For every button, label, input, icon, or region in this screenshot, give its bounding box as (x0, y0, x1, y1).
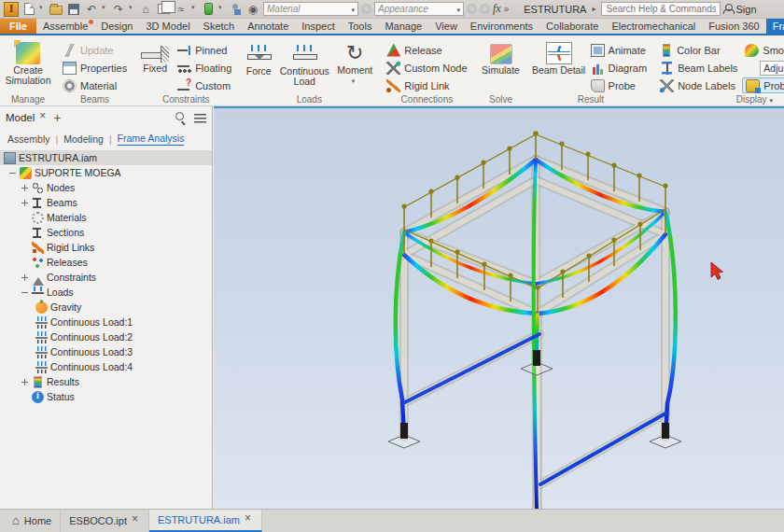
expand-icon[interactable] (21, 199, 29, 207)
parameters-fx-button[interactable]: fx (493, 2, 501, 16)
tab-design[interactable]: Design (94, 19, 139, 34)
tree-item-beams[interactable]: Beams (0, 195, 212, 210)
panel-label-beams[interactable]: Beams (56, 93, 133, 105)
freeform-tool-button[interactable]: ≈ (174, 2, 189, 17)
beam-detail-button[interactable]: Beam Detail (532, 40, 586, 76)
expand-icon[interactable] (21, 273, 29, 282)
probe-button[interactable]: Probe (588, 77, 651, 93)
tree-item-releases[interactable]: Releases (0, 255, 212, 270)
doc-tab-home[interactable]: ⌂ Home (4, 510, 61, 532)
component-state-button[interactable] (201, 2, 216, 17)
search-icon[interactable] (175, 112, 187, 123)
tree-item-continuous-load-3[interactable]: Continuous Load:3 (0, 344, 212, 359)
tree-item-continuous-load-4[interactable]: Continuous Load:4 (0, 359, 212, 374)
tab-3d-model[interactable]: 3D Model (140, 19, 197, 34)
panel-label-solve[interactable]: Solve (474, 93, 528, 105)
custom-node-button[interactable]: Custom Node (384, 60, 469, 76)
close-icon[interactable] (132, 517, 140, 525)
subtab-frame-analysis[interactable]: Frame Analysis (118, 133, 185, 146)
tree-item-gravity[interactable]: Gravity (0, 300, 212, 315)
graphics-viewport[interactable] (214, 106, 784, 509)
panel-label-manage[interactable]: Manage (0, 93, 56, 105)
tree-item-results[interactable]: Results (0, 374, 212, 389)
probe-labels-button[interactable]: Probe Labels (742, 77, 784, 93)
tree-item-status[interactable]: Status (0, 389, 212, 404)
search-input[interactable] (601, 2, 721, 16)
moment-dropdown-icon[interactable] (352, 77, 358, 86)
freeform-dropdown-icon[interactable] (191, 5, 198, 14)
save-button[interactable] (66, 2, 81, 17)
tab-fusion-360[interactable]: Fusion 360 (702, 19, 765, 34)
doc-tab-esboco[interactable]: ESBOCO.ipt (61, 510, 149, 532)
tab-electromechanical[interactable]: Electromechanical (605, 19, 702, 34)
panel-label-constraints[interactable]: Constraints (133, 93, 238, 105)
tab-assemble[interactable]: Assemble (36, 19, 94, 34)
continuous-load-button[interactable]: Continuous Load (277, 40, 331, 87)
release-button[interactable]: Release (384, 42, 469, 58)
toolbar-overflow-icon[interactable]: » (504, 4, 509, 14)
force-load-button[interactable]: Force (242, 40, 275, 77)
animate-button[interactable]: Animate (588, 42, 651, 58)
tab-tools[interactable]: Tools (342, 19, 379, 34)
color-bar-button[interactable]: Color Bar (657, 42, 740, 58)
inventor-logo[interactable]: I (4, 2, 19, 17)
create-simulation-button[interactable]: Create Simulation (4, 40, 52, 86)
frame-analysis-model[interactable] (214, 108, 784, 509)
new-file-dropdown-icon[interactable] (39, 5, 46, 14)
title-expand-icon[interactable]: ▸ (592, 5, 595, 13)
tab-frame-analysis[interactable]: Frame Analysis (766, 19, 784, 34)
node-labels-button[interactable]: Node Labels (657, 77, 740, 93)
update-button[interactable]: Update (60, 42, 130, 58)
browser-tab-model[interactable]: Model (6, 112, 48, 123)
tree-item-sections[interactable]: Sections (0, 225, 212, 240)
redo-dropdown-icon[interactable] (129, 5, 135, 14)
fixed-constraint-button[interactable]: Fixed (137, 40, 173, 74)
material-button[interactable]: Material (60, 77, 130, 93)
tab-inspect[interactable]: Inspect (295, 19, 341, 34)
tab-environments[interactable]: Environments (464, 19, 539, 34)
home-view-button[interactable]: ⌂ (138, 2, 153, 17)
smooth-shading-button[interactable]: Smooth Shading (742, 42, 784, 58)
tab-file[interactable]: File (0, 19, 36, 34)
sign-in-button[interactable]: Sign (723, 4, 756, 15)
add-browser-tab-button[interactable]: + (53, 110, 61, 125)
collapse-icon[interactable] (21, 288, 29, 297)
redo-button[interactable]: ↷ (111, 2, 126, 17)
panel-label-result[interactable]: Result (528, 93, 654, 105)
user-settings-button[interactable] (228, 2, 243, 17)
tree-item-nodes[interactable]: Nodes (0, 180, 212, 195)
doc-tab-estrutura[interactable]: ESTRUTURA.iam (149, 510, 262, 532)
tree-item-constraints[interactable]: Constraints (0, 270, 212, 285)
subtab-assembly[interactable]: Assembly (7, 133, 50, 145)
tree-item-loads[interactable]: Loads (0, 285, 212, 300)
floating-constraint-button[interactable]: Floating (175, 60, 234, 76)
expand-icon[interactable] (21, 184, 29, 192)
undo-button[interactable]: ↶ (84, 2, 99, 17)
simulate-button[interactable]: Simulate (478, 40, 525, 76)
properties-button[interactable]: Properties (60, 60, 130, 76)
tree-item-rigid-links[interactable]: Rigid Links (0, 240, 212, 255)
beam-labels-button[interactable]: Beam Labels (657, 60, 740, 76)
panel-label-connections[interactable]: Connections (380, 93, 473, 105)
close-icon[interactable] (39, 114, 48, 122)
tree-item-materials[interactable]: Materials (0, 210, 212, 225)
tree-item-continuous-load-2[interactable]: Continuous Load:2 (0, 329, 212, 344)
moment-load-button[interactable]: ↻ Moment (333, 40, 376, 86)
panel-label-loads[interactable]: Loads (238, 93, 380, 105)
pinned-constraint-button[interactable]: Pinned (175, 42, 234, 58)
custom-constraint-button[interactable]: Custom (175, 77, 234, 93)
undo-dropdown-icon[interactable] (102, 5, 108, 14)
rigid-link-button[interactable]: Rigid Link (384, 77, 469, 93)
component-state-dropdown-icon[interactable] (218, 5, 225, 14)
switch-windows-button[interactable] (156, 2, 171, 17)
tab-annotate[interactable]: Annotate (241, 19, 295, 34)
tree-item-suporte-moega[interactable]: SUPORTE MOEGA (0, 165, 212, 180)
browser-menu-icon[interactable] (194, 113, 206, 123)
appearance-dropdown[interactable]: Appearance (374, 2, 464, 16)
collapse-icon[interactable] (8, 169, 17, 177)
new-file-button[interactable] (21, 2, 36, 17)
tab-sketch[interactable]: Sketch (197, 19, 242, 34)
tab-manage[interactable]: Manage (378, 19, 428, 34)
close-icon[interactable] (245, 516, 253, 525)
diagram-button[interactable]: Diagram (588, 60, 651, 76)
